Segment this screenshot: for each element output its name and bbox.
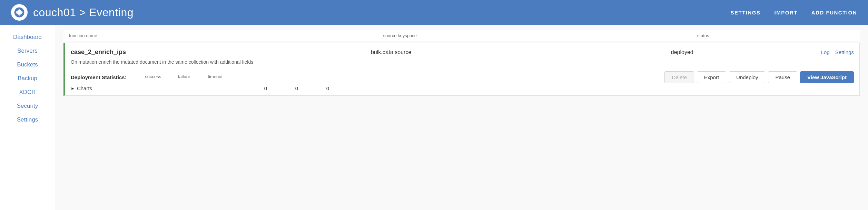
log-link[interactable]: Log <box>821 49 830 55</box>
timeout-value-cell: 0 <box>312 85 343 91</box>
function-keyspace: bulk.data.source <box>371 49 671 55</box>
stat-failure: failure <box>169 74 200 81</box>
stat-success: success <box>138 74 169 81</box>
svg-point-2 <box>18 9 21 15</box>
view-javascript-button[interactable]: View JavaScript <box>800 71 854 83</box>
function-row: case_2_enrich_ips bulk.data.source deplo… <box>63 43 860 96</box>
success-value: 0 <box>264 85 267 91</box>
table-header: function name source keyspace status <box>63 30 860 41</box>
timeout-header: timeout <box>208 74 223 79</box>
charts-toggle[interactable]: ► Charts <box>71 85 250 91</box>
undeploy-button[interactable]: Undeploy <box>729 71 765 83</box>
sidebar-item-xdcr[interactable]: XDCR <box>0 85 55 99</box>
col-source-keyspace: source keyspace <box>383 33 697 38</box>
button-group: Delete Export Undeploy Pause View JavaSc… <box>664 71 854 83</box>
app-header: couch01 > Eventing SETTINGS IMPORT ADD F… <box>0 0 868 25</box>
page-title: couch01 > Eventing <box>33 6 134 19</box>
charts-arrow-icon: ► <box>71 86 75 91</box>
sidebar: Dashboard Servers Buckets Backup XDCR Se… <box>0 25 55 210</box>
success-header: success <box>145 74 161 79</box>
failure-header: failure <box>178 74 190 79</box>
function-row-header: case_2_enrich_ips bulk.data.source deplo… <box>65 43 859 59</box>
main-layout: Dashboard Servers Buckets Backup XDCR Se… <box>0 25 868 210</box>
delete-button[interactable]: Delete <box>664 71 694 83</box>
function-name: case_2_enrich_ips <box>71 49 371 56</box>
nav-settings[interactable]: SETTINGS <box>730 10 760 15</box>
col-status: status <box>697 33 854 38</box>
sidebar-item-servers[interactable]: Servers <box>0 44 55 58</box>
function-description: On mutation enrich the mutated document … <box>65 59 859 70</box>
sidebar-item-backup[interactable]: Backup <box>0 72 55 85</box>
function-actions-top: Log Settings <box>821 49 854 55</box>
function-status: deployed <box>671 49 821 55</box>
header-left: couch01 > Eventing <box>11 4 134 21</box>
col-function-name: function name <box>69 33 383 38</box>
nav-import[interactable]: IMPORT <box>775 10 798 15</box>
sidebar-item-dashboard[interactable]: Dashboard <box>0 30 55 44</box>
failure-value: 0 <box>295 85 298 91</box>
charts-label: Charts <box>77 85 92 91</box>
export-button[interactable]: Export <box>697 71 726 83</box>
nav-add-function[interactable]: ADD FUNCTION <box>811 10 857 15</box>
success-value-cell: 0 <box>250 85 281 91</box>
stat-timeout: timeout <box>200 74 231 81</box>
sidebar-item-security[interactable]: Security <box>0 99 55 113</box>
sidebar-item-buckets[interactable]: Buckets <box>0 58 55 72</box>
deployment-stats-section: Deployment Statistics: success failure t… <box>65 70 859 95</box>
sidebar-item-settings[interactable]: Settings <box>0 113 55 127</box>
app-logo <box>11 4 28 21</box>
header-nav: SETTINGS IMPORT ADD FUNCTION <box>730 10 857 15</box>
settings-link[interactable]: Settings <box>835 49 854 55</box>
timeout-value: 0 <box>326 85 329 91</box>
content-area: function name source keyspace status cas… <box>55 25 868 210</box>
pause-button[interactable]: Pause <box>768 71 797 83</box>
deployment-stats-label: Deployment Statistics: <box>71 74 127 80</box>
failure-value-cell: 0 <box>281 85 312 91</box>
